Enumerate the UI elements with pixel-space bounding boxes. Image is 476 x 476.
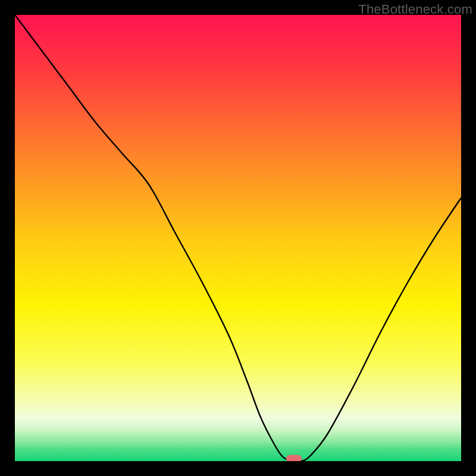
curve-layer (15, 15, 461, 461)
optimal-marker (286, 455, 302, 462)
chart-frame: TheBottleneck.com (0, 0, 476, 476)
plot-area (15, 15, 461, 461)
bottleneck-curve (15, 15, 461, 461)
